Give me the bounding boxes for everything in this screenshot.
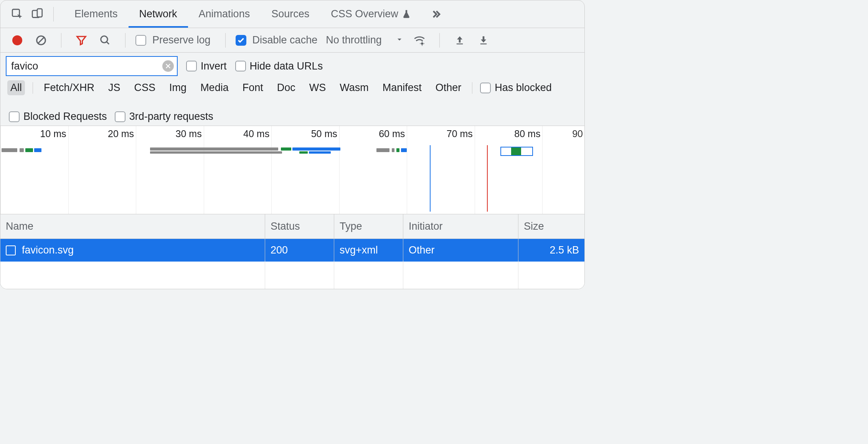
third-party-checkbox[interactable]	[115, 111, 125, 122]
hide-data-urls-checkbox[interactable]	[235, 61, 246, 71]
tab-animations[interactable]: Animations	[188, 0, 261, 28]
requests-table-header: Name Status Type Initiator Size	[0, 214, 584, 239]
tab-label: Animations	[199, 8, 250, 20]
svg-rect-2	[37, 8, 42, 17]
record-button[interactable]	[7, 30, 27, 50]
svg-point-5	[101, 36, 108, 43]
table-row[interactable]: favicon.svg 200 svg+xml Other 2.5 kB	[0, 239, 584, 262]
separator	[53, 7, 54, 22]
svg-line-6	[107, 41, 109, 44]
type-manifest[interactable]: Manifest	[380, 80, 425, 95]
filter-bar: Invert Hide data URLs	[0, 53, 584, 80]
inspect-element-icon[interactable]	[7, 4, 27, 24]
tick-label: 90	[572, 128, 583, 139]
domcontentloaded-marker	[430, 145, 431, 212]
tab-css-overview[interactable]: CSS Overview	[320, 0, 422, 28]
has-blocked-checkbox[interactable]	[480, 83, 491, 93]
separator	[439, 33, 440, 48]
download-har-icon[interactable]	[474, 30, 493, 50]
tick-label: 80 ms	[514, 128, 540, 139]
type-doc[interactable]: Doc	[274, 80, 299, 95]
separator	[225, 33, 226, 48]
col-initiator[interactable]: Initiator	[403, 214, 518, 239]
devtools-tabs-row: Elements Network Animations Sources CSS …	[0, 0, 584, 28]
cell-name-text: favicon.svg	[22, 244, 74, 256]
filter-icon[interactable]	[71, 30, 91, 50]
cell-name: favicon.svg	[0, 239, 265, 262]
col-status[interactable]: Status	[265, 214, 334, 239]
separator	[61, 33, 61, 48]
device-toolbar-icon[interactable]	[27, 4, 47, 24]
svg-rect-8	[457, 43, 463, 44]
preserve-log-label: Preserve log	[152, 34, 211, 46]
throttling-value: No throttling	[326, 34, 382, 46]
blocked-requests-label: Blocked Requests	[23, 111, 107, 123]
tab-label: Network	[139, 8, 177, 20]
type-ws[interactable]: WS	[306, 80, 329, 95]
panel-tabs: Elements Network Animations Sources CSS …	[64, 0, 422, 28]
type-all[interactable]: All	[7, 80, 25, 95]
throttling-select[interactable]: No throttling	[326, 34, 403, 46]
invert-checkbox[interactable]	[186, 61, 197, 71]
cell-size: 2.5 kB	[518, 239, 584, 262]
chevron-down-icon	[396, 34, 403, 46]
invert-label: Invert	[201, 60, 227, 72]
type-fetch-xhr[interactable]: Fetch/XHR	[41, 80, 97, 95]
type-font[interactable]: Font	[239, 80, 266, 95]
tab-label: CSS Overview	[331, 8, 398, 20]
col-size[interactable]: Size	[518, 214, 584, 239]
clear-filter-button[interactable]	[162, 60, 174, 72]
more-tabs-button[interactable]	[422, 8, 450, 20]
tick-label: 10 ms	[40, 128, 66, 139]
filter-input-wrap	[6, 56, 178, 76]
type-media[interactable]: Media	[197, 80, 232, 95]
svg-line-4	[38, 37, 44, 43]
tick-label: 70 ms	[447, 128, 473, 139]
requests-table-body: favicon.svg 200 svg+xml Other 2.5 kB	[0, 239, 584, 289]
cell-initiator: Other	[403, 239, 518, 262]
filter-input[interactable]	[11, 60, 162, 72]
tick-label: 30 ms	[176, 128, 202, 139]
tab-label: Elements	[74, 8, 118, 20]
tab-sources[interactable]: Sources	[261, 0, 320, 28]
upload-har-icon[interactable]	[450, 30, 470, 50]
flask-icon	[401, 9, 411, 19]
type-css[interactable]: CSS	[131, 80, 159, 95]
preserve-log-checkbox[interactable]	[135, 35, 146, 46]
type-img[interactable]: Img	[166, 80, 190, 95]
search-icon[interactable]	[95, 30, 115, 50]
has-blocked-label: Has blocked	[495, 82, 552, 94]
separator	[33, 82, 33, 94]
tick-label: 50 ms	[311, 128, 337, 139]
svg-point-7	[421, 42, 423, 45]
tab-network[interactable]: Network	[129, 0, 188, 28]
svg-rect-9	[480, 43, 487, 44]
type-js[interactable]: JS	[105, 80, 124, 95]
disable-cache-label: Disable cache	[252, 34, 318, 46]
clear-button[interactable]	[31, 30, 51, 50]
overview-selection[interactable]	[500, 147, 533, 156]
col-type[interactable]: Type	[334, 214, 403, 239]
tab-label: Sources	[271, 8, 309, 20]
waterfall-overview[interactable]: 10 ms 20 ms 30 ms 40 ms 50 ms 60 ms 70 m…	[0, 126, 584, 214]
cell-type: svg+xml	[334, 239, 403, 262]
request-type-filters: All Fetch/XHR JS CSS Img Media Font Doc …	[0, 80, 584, 126]
file-icon	[6, 245, 16, 255]
separator	[472, 82, 472, 94]
tick-label: 40 ms	[243, 128, 269, 139]
tick-label: 60 ms	[379, 128, 405, 139]
cell-status: 200	[265, 239, 334, 262]
load-marker	[487, 145, 488, 212]
third-party-label: 3rd-party requests	[129, 111, 213, 123]
type-wasm[interactable]: Wasm	[337, 80, 372, 95]
type-other[interactable]: Other	[432, 80, 465, 95]
network-conditions-icon[interactable]	[409, 30, 429, 50]
blocked-requests-checkbox[interactable]	[9, 111, 20, 122]
col-name[interactable]: Name	[0, 214, 265, 239]
separator	[125, 33, 125, 48]
hide-data-urls-label: Hide data URLs	[250, 60, 323, 72]
disable-cache-checkbox[interactable]	[236, 35, 246, 46]
tick-label: 20 ms	[108, 128, 134, 139]
network-toolbar: Preserve log Disable cache No throttling	[0, 28, 584, 53]
tab-elements[interactable]: Elements	[64, 0, 129, 28]
